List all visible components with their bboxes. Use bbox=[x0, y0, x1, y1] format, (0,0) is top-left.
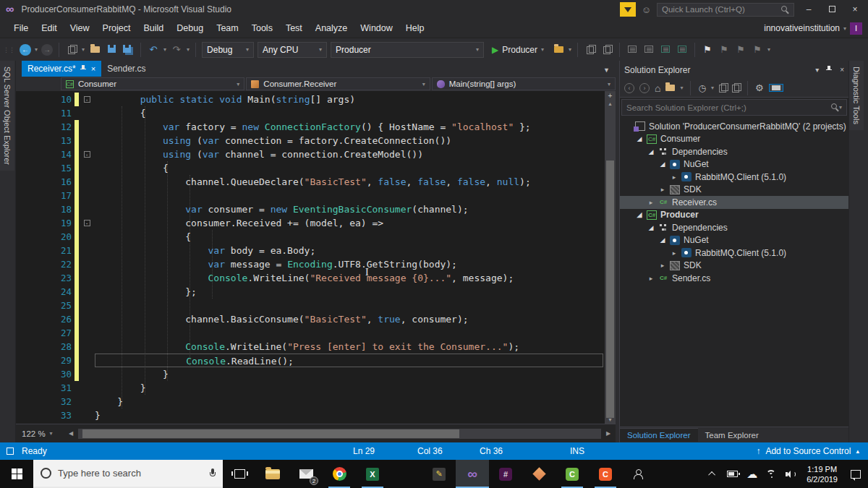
expander-icon[interactable]: ◢ bbox=[659, 236, 666, 244]
code-text[interactable]: using (var channel = connection.CreateMo… bbox=[95, 147, 616, 161]
menu-item-edit[interactable]: Edit bbox=[35, 20, 64, 36]
code-line-18[interactable]: 18 var consumer = new EventingBasicConsu… bbox=[16, 202, 616, 216]
navigate-to-icon[interactable] bbox=[600, 44, 613, 55]
collapse-icon[interactable]: - bbox=[84, 151, 90, 158]
code-text[interactable]: public static void Main(string[] args) bbox=[95, 93, 616, 106]
menu-item-file[interactable]: File bbox=[7, 20, 35, 36]
clear-bookmarks-icon[interactable]: ⚑ bbox=[751, 44, 764, 55]
camtasia-button[interactable]: C bbox=[556, 460, 589, 488]
fold-margin[interactable]: - bbox=[79, 151, 95, 158]
code-line-13[interactable]: 13 using (var connection = factory.Creat… bbox=[16, 134, 616, 147]
code-text[interactable]: Console.WriteLine("Received message {0}.… bbox=[95, 271, 616, 285]
panel-tab-solution-explorer[interactable]: Solution Explorer bbox=[620, 428, 698, 442]
scroll-down-icon[interactable]: ▼ bbox=[605, 417, 616, 422]
tree-item-solution--producerconsumerrabb[interactable]: Solution 'ProducerConsumerRabbitMQ' (2 p… bbox=[620, 120, 848, 133]
horizontal-scrollbar[interactable] bbox=[78, 429, 601, 439]
close-icon[interactable]: × bbox=[91, 64, 95, 73]
code-text[interactable]: channel.QueueDeclare("BasicTest", false,… bbox=[95, 175, 616, 189]
code-text[interactable]: } bbox=[95, 367, 616, 381]
tree-item-dependencies[interactable]: ◢Dependencies bbox=[620, 221, 848, 234]
tree-item-nuget[interactable]: ◢NuGet bbox=[620, 158, 848, 171]
code-line-21[interactable]: 21 var body = ea.Body; bbox=[16, 244, 616, 257]
navigate-back-button[interactable]: ← bbox=[20, 44, 31, 56]
pending-changes-filter-icon[interactable]: ◷ bbox=[698, 83, 705, 93]
code-text[interactable]: var body = ea.Body; bbox=[95, 244, 616, 257]
code-text[interactable] bbox=[95, 189, 616, 202]
collapse-icon[interactable]: - bbox=[84, 96, 90, 103]
fold-margin[interactable]: - bbox=[79, 96, 95, 103]
tree-item-sdk[interactable]: ▸SDK bbox=[620, 184, 848, 197]
sync-with-active-document-icon[interactable] bbox=[719, 83, 727, 93]
send-feedback-icon[interactable]: ☺ bbox=[642, 4, 651, 15]
code-line-25[interactable]: 25 bbox=[16, 299, 616, 312]
uncomment-icon[interactable] bbox=[676, 44, 689, 55]
comment-icon[interactable] bbox=[659, 44, 672, 55]
tree-item-rabbitmq-client--5-1-0-[interactable]: ▸RabbitMQ.Client (5.1.0) bbox=[620, 247, 848, 260]
chevron-down-icon[interactable]: ▾ bbox=[767, 46, 770, 53]
document-list-dropdown-icon[interactable]: ▼ bbox=[603, 67, 610, 74]
attach-to-process-icon[interactable] bbox=[552, 44, 565, 55]
startup-project-dropdown[interactable]: Producer▾ bbox=[331, 42, 484, 58]
visual-studio-button[interactable]: ∞ bbox=[456, 460, 489, 488]
zoom-level-dropdown[interactable]: 122 % ▾ bbox=[19, 429, 64, 438]
open-file-button[interactable] bbox=[88, 44, 101, 55]
action-center-button[interactable] bbox=[843, 460, 868, 488]
code-line-10[interactable]: 10- public static void Main(string[] arg… bbox=[16, 93, 616, 106]
code-line-22[interactable]: 22 var message = Encoding.UTF8.GetString… bbox=[16, 257, 616, 271]
menu-item-analyze[interactable]: Analyze bbox=[309, 20, 354, 36]
feedback-filter-icon[interactable] bbox=[620, 2, 636, 17]
bookmark-icon[interactable]: ⚑ bbox=[701, 44, 714, 55]
close-button[interactable]: × bbox=[846, 4, 864, 14]
mail-button[interactable]: 2 bbox=[289, 460, 323, 488]
tree-item-consumer[interactable]: ◢C#Consumer bbox=[620, 133, 848, 146]
expander-icon[interactable]: ▸ bbox=[659, 186, 666, 193]
expander-icon[interactable]: ◢ bbox=[636, 211, 643, 218]
expander-icon[interactable]: ◢ bbox=[659, 160, 666, 168]
taskbar-search-input[interactable]: Type here to search bbox=[33, 460, 223, 488]
configuration-dropdown[interactable]: Debug▾ bbox=[202, 42, 254, 58]
code-line-16[interactable]: 16 channel.QueueDeclare("BasicTest", fal… bbox=[16, 175, 616, 189]
save-all-button[interactable] bbox=[122, 44, 135, 55]
package-app-button[interactable] bbox=[522, 460, 556, 488]
menu-item-test[interactable]: Test bbox=[279, 20, 309, 36]
microphone-icon[interactable] bbox=[210, 468, 216, 479]
code-text[interactable]: }; bbox=[95, 285, 616, 299]
tree-item-producer[interactable]: ◢C#Producer bbox=[620, 209, 848, 222]
chevron-down-icon[interactable]: ▾ bbox=[82, 46, 85, 53]
start-button[interactable] bbox=[0, 460, 33, 488]
code-text[interactable]: using (var connection = factory.CreateCo… bbox=[95, 134, 616, 147]
tree-item-dependencies[interactable]: ◢Dependencies bbox=[620, 145, 848, 158]
splitter-grip-icon[interactable]: + bbox=[605, 92, 616, 100]
quick-launch-input[interactable]: Quick Launch (Ctrl+Q) bbox=[657, 3, 794, 17]
undo-button[interactable]: ↶ bbox=[147, 44, 160, 55]
panel-menu-icon[interactable]: ▾ bbox=[815, 66, 819, 74]
forward-icon[interactable]: › bbox=[639, 83, 650, 93]
menu-item-team[interactable]: Team bbox=[210, 20, 245, 36]
code-text[interactable]: Console.WriteLine("Press [enter] to exit… bbox=[95, 340, 616, 354]
menu-item-build[interactable]: Build bbox=[137, 20, 170, 36]
editor-tool-button[interactable]: ✎ bbox=[422, 460, 456, 488]
code-line-27[interactable]: 27 bbox=[16, 326, 616, 340]
chevron-down-icon[interactable]: ▾ bbox=[680, 85, 683, 91]
tree-item-receiver-cs[interactable]: ▸C#Receiver.cs bbox=[620, 196, 848, 209]
code-line-14[interactable]: 14- using (var channel = connection.Crea… bbox=[16, 147, 616, 161]
code-text[interactable]: { bbox=[95, 161, 616, 175]
code-text[interactable]: Console.ReadLine(); bbox=[95, 354, 603, 367]
scroll-up-icon[interactable]: ▲ bbox=[605, 101, 616, 106]
add-to-source-control-button[interactable]: ↑ Add to Source Control ▴ bbox=[756, 446, 859, 456]
minimize-button[interactable]: – bbox=[800, 4, 817, 14]
status-line[interactable]: Ln 29 bbox=[353, 446, 375, 456]
code-text[interactable] bbox=[95, 299, 616, 312]
code-line-30[interactable]: 30 } bbox=[16, 367, 616, 381]
vertical-scrollbar-thumb[interactable] bbox=[606, 160, 614, 418]
menu-item-debug[interactable]: Debug bbox=[170, 20, 210, 36]
nav-dropdown-method[interactable]: Main(string[] args)▾ bbox=[432, 77, 616, 90]
panel-tab-team-explorer[interactable]: Team Explorer bbox=[698, 429, 766, 442]
menu-item-tools[interactable]: Tools bbox=[245, 20, 279, 36]
pin-icon[interactable] bbox=[826, 65, 833, 74]
code-line-23[interactable]: 23 Console.WriteLine("Received message {… bbox=[16, 271, 616, 285]
back-icon[interactable]: ‹ bbox=[624, 83, 634, 93]
tree-item-sdk[interactable]: ▸SDK bbox=[620, 260, 848, 273]
code-text[interactable] bbox=[95, 326, 616, 340]
restore-button[interactable] bbox=[823, 4, 841, 14]
